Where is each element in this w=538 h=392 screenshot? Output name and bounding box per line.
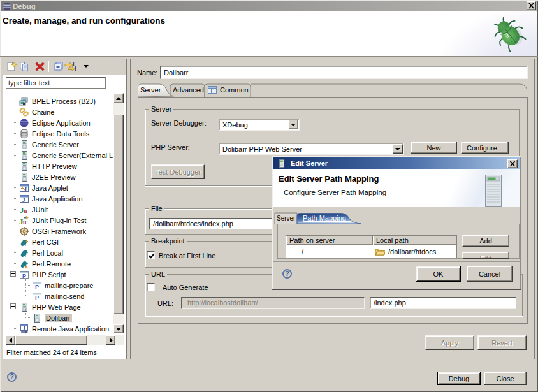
svg-text:u: u <box>23 219 27 226</box>
svg-text:Advanced: Advanced <box>173 86 204 94</box>
svg-text:J: J <box>24 187 27 192</box>
svg-text:Path Mapping: Path Mapping <box>303 214 346 222</box>
svg-text:Server: Server <box>140 86 161 94</box>
svg-text:Server: Server <box>277 215 296 222</box>
svg-text:u: u <box>24 207 27 214</box>
svg-text:P: P <box>35 294 39 300</box>
svg-text:J: J <box>23 325 25 331</box>
svg-text:J: J <box>22 196 25 203</box>
svg-text:Common: Common <box>220 86 249 94</box>
svg-text:P: P <box>35 283 39 289</box>
